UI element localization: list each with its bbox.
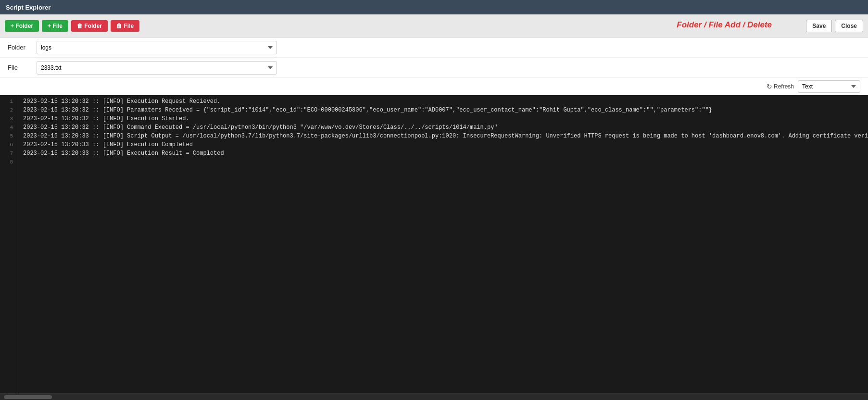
app-title: Script Explorer	[6, 4, 50, 11]
delete-folder-button[interactable]: 🗑 Folder	[71, 20, 108, 32]
code-line: 2023-02-15 13:20:33 :: [INFO] Execution …	[23, 149, 862, 158]
line-numbers: 12345678	[0, 95, 17, 393]
code-line	[23, 158, 862, 166]
language-selector[interactable]: Text Python JavaScript SQL Shell	[798, 80, 860, 93]
folder-label: Folder	[8, 44, 37, 51]
code-content: 2023-02-15 13:20:32 :: [INFO] Execution …	[17, 95, 868, 393]
add-file-button[interactable]: + File	[42, 20, 68, 32]
file-row: File 2333.txt	[0, 58, 868, 78]
toolbar: + Folder + File 🗑 Folder 🗑 File Save Clo…	[0, 14, 868, 38]
editor-bottom-bar	[0, 393, 868, 400]
refresh-label: Refresh	[774, 83, 794, 90]
save-button[interactable]: Save	[806, 20, 832, 32]
code-lines: 12345678 2023-02-15 13:20:32 :: [INFO] E…	[0, 95, 868, 393]
refresh-button[interactable]: ↻ Refresh	[767, 83, 794, 90]
delete-file-button[interactable]: 🗑 File	[111, 20, 139, 32]
horizontal-scrollbar[interactable]	[4, 395, 52, 399]
file-selector[interactable]: 2333.txt	[37, 61, 277, 75]
folder-selector[interactable]: logs	[37, 41, 277, 54]
title-bar: Script Explorer	[0, 0, 868, 14]
file-label: File	[8, 64, 37, 71]
refresh-icon: ↻	[767, 83, 772, 90]
code-editor[interactable]: 12345678 2023-02-15 13:20:32 :: [INFO] E…	[0, 95, 868, 393]
code-line: 2023-02-15 13:20:32 :: [INFO] Execution …	[23, 114, 862, 123]
code-line: 2023-02-15 13:20:32 :: [INFO] Execution …	[23, 97, 862, 106]
content-controls-row: ↻ Refresh Text Python JavaScript SQL She…	[0, 78, 868, 95]
language-dropdown-wrapper: Text Python JavaScript SQL Shell	[798, 80, 860, 93]
toolbar-left: + Folder + File 🗑 Folder 🗑 File	[5, 20, 139, 32]
toolbar-right: Save Close	[806, 20, 863, 32]
selectors-area: Folder logs File 2333.txt ↻ Refresh Text…	[0, 38, 868, 95]
main-container: + Folder + File 🗑 Folder 🗑 File Save Clo…	[0, 14, 868, 400]
code-line: 2023-02-15 13:20:32 :: [INFO] Command Ex…	[23, 123, 862, 132]
folder-row: Folder logs	[0, 38, 868, 58]
code-line: 2023-02-15 13:20:33 :: [INFO] Script Out…	[23, 132, 862, 140]
code-line: 2023-02-15 13:20:33 :: [INFO] Execution …	[23, 140, 862, 149]
code-line: 2023-02-15 13:20:32 :: [INFO] Paramaters…	[23, 106, 862, 114]
close-button[interactable]: Close	[835, 20, 863, 32]
add-folder-button[interactable]: + Folder	[5, 20, 39, 32]
